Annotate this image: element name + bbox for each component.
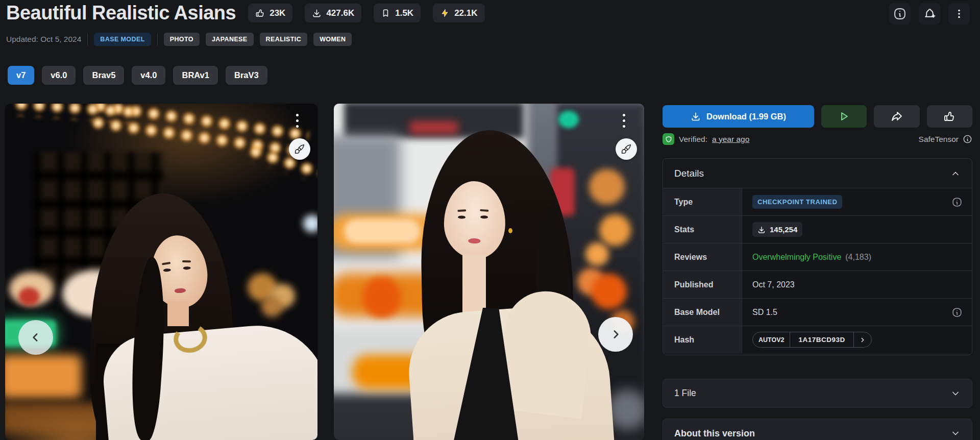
bus-sign-text [409, 121, 458, 134]
tag-photo[interactable]: PHOTO [164, 33, 200, 46]
chevron-down-icon [950, 388, 961, 399]
download-icon [312, 8, 322, 18]
bokeh [585, 242, 609, 266]
tag-realistic[interactable]: REALISTIC [260, 33, 308, 46]
bokeh [589, 169, 625, 205]
bus-light [344, 219, 421, 243]
verified-time-link[interactable]: a year ago [712, 135, 749, 144]
reviews-count: (4,183) [845, 253, 871, 262]
version-v4[interactable]: v4.0 [132, 66, 165, 85]
info-icon[interactable] [951, 307, 963, 318]
version-brav1[interactable]: BRAv1 [173, 66, 218, 85]
version-brav3[interactable]: BraV3 [226, 66, 267, 85]
person-earring [508, 228, 512, 233]
version-brav5[interactable]: Brav5 [83, 66, 124, 85]
verified-label: Verified: [679, 135, 707, 144]
about-version-accordion[interactable]: About this version [663, 419, 972, 440]
energy-stat-badge[interactable]: 22.1K [433, 4, 484, 22]
hash-value: 1A17BCD93D [790, 332, 853, 347]
gallery-image-2[interactable] [334, 104, 644, 440]
info-button[interactable] [889, 3, 911, 25]
base-model-value: SD 1.5 [752, 308, 777, 317]
type-badge: CHECKPOINT TRAINED [752, 195, 842, 209]
tag-japanese[interactable]: JAPANESE [206, 33, 254, 46]
more-menu-button[interactable] [948, 3, 970, 25]
info-icon[interactable] [951, 197, 963, 208]
bookmarks-stat-badge[interactable]: 1.5K [374, 4, 421, 22]
sign-bokeh [18, 287, 40, 306]
notify-button[interactable] [919, 3, 940, 25]
like-button[interactable] [927, 105, 972, 128]
lightning-icon [440, 8, 450, 18]
tag-women[interactable]: WOMEN [313, 33, 352, 46]
detail-row-hash: Hash AUTOV2 1A17BCD93D [663, 326, 972, 353]
chevron-down-icon [950, 428, 961, 438]
tag-base-model[interactable]: BASE MODEL [94, 33, 151, 46]
likes-count: 23K [270, 8, 285, 18]
detail-label: Published [663, 271, 742, 298]
create-with-image-button[interactable] [616, 138, 637, 160]
detail-label: Stats [663, 216, 742, 243]
action-buttons: Download (1.99 GB) [663, 105, 972, 128]
bookmarks-count: 1.5K [395, 8, 413, 18]
details-card: Details Type CHECKPOINT TRAINED Stats [663, 158, 972, 355]
header: Beautiful Realistic Asians 23K 427.6K 1.… [6, 2, 485, 24]
bokeh [261, 297, 283, 317]
play-icon [838, 110, 850, 123]
details-title: Details [674, 168, 704, 179]
bus-light [362, 277, 401, 318]
chevron-right-icon[interactable] [854, 332, 871, 347]
brush-icon [294, 143, 305, 155]
detail-row-type: Type CHECKPOINT TRAINED [663, 188, 972, 215]
share-button[interactable] [874, 105, 919, 128]
bokeh [599, 214, 631, 246]
download-label: Download (1.99 GB) [706, 112, 786, 121]
hash-pill[interactable]: AUTOV2 1A17BCD93D [752, 332, 872, 348]
detail-row-reviews: Reviews Overwhelmingly Positive (4,183) [663, 243, 972, 271]
download-button[interactable]: Download (1.99 GB) [663, 105, 814, 128]
bookmark-icon [381, 8, 390, 18]
carousel-next-button[interactable] [598, 317, 633, 352]
detail-label: Type [663, 188, 742, 215]
chevron-up-icon [950, 168, 961, 179]
model-page: Beautiful Realistic Asians 23K 427.6K 1.… [0, 0, 980, 440]
image-menu-button[interactable] [621, 112, 627, 130]
bell-plus-icon [923, 8, 936, 20]
likes-stat-badge[interactable]: 23K [248, 4, 292, 22]
carousel-prev-button[interactable] [18, 320, 53, 355]
download-icon [757, 226, 766, 234]
gallery-image-1[interactable] [5, 104, 317, 440]
info-icon[interactable] [963, 134, 972, 144]
version-v6[interactable]: v6.0 [42, 66, 76, 85]
chevron-right-icon [609, 328, 622, 341]
updated-date: Updated: Oct 5, 2024 [6, 35, 81, 44]
detail-row-published: Published Oct 7, 2023 [663, 271, 972, 298]
brush-icon [621, 143, 632, 155]
detail-row-base-model: Base Model SD 1.5 [663, 298, 972, 326]
detail-label: Hash [663, 326, 742, 353]
hash-type: AUTOV2 [753, 332, 790, 347]
run-model-button[interactable] [821, 105, 867, 128]
files-title: 1 File [674, 388, 696, 399]
details-header[interactable]: Details [663, 159, 972, 188]
downloads-pill: 145,254 [752, 222, 802, 237]
create-with-image-button[interactable] [289, 138, 310, 160]
published-date: Oct 7, 2023 [752, 280, 795, 289]
thumbs-up-icon [255, 8, 265, 18]
person-neck [462, 255, 486, 316]
reviews-rating-link[interactable]: Overwhelmingly Positive [752, 253, 841, 262]
teal-sign [558, 111, 579, 128]
image-menu-button[interactable] [294, 112, 301, 130]
download-icon [691, 111, 701, 121]
divider [157, 33, 158, 45]
version-v7[interactable]: v7 [8, 66, 34, 85]
divider [87, 33, 88, 45]
downloads-count: 427.6K [326, 8, 354, 18]
detail-row-stats: Stats 145,254 [663, 215, 972, 243]
meta-row: Updated: Oct 5, 2024 BASE MODEL PHOTO JA… [6, 33, 352, 46]
detail-label: Base Model [663, 299, 742, 326]
verified-row: Verified: a year ago SafeTensor [663, 133, 972, 145]
downloads-stat-badge[interactable]: 427.6K [305, 4, 361, 22]
download-count: 145,254 [770, 225, 797, 234]
files-accordion[interactable]: 1 File [663, 379, 972, 408]
